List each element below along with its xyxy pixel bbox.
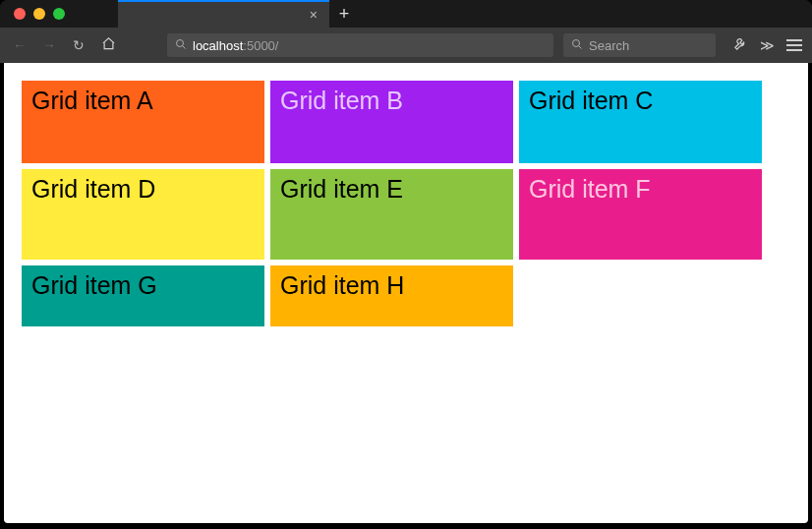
window-titlebar: × + [0,0,812,28]
menu-icon[interactable] [786,38,802,52]
search-icon [571,38,583,53]
grid-item: Grid item C [519,81,762,163]
maximize-window-button[interactable] [53,8,65,20]
svg-line-3 [579,45,582,48]
minimize-window-button[interactable] [33,8,45,20]
grid-item: Grid item A [22,81,264,163]
new-tab-button[interactable]: + [329,0,359,28]
search-bar[interactable]: Search [563,33,716,57]
svg-rect-4 [786,39,802,41]
grid-item: Grid item D [22,169,264,260]
svg-point-2 [573,39,580,46]
tab-strip: × + [118,0,359,28]
svg-rect-6 [786,49,802,51]
browser-tab[interactable]: × [118,0,329,28]
grid-item: Grid item E [270,169,513,260]
grid-item: Grid item B [270,81,513,163]
overflow-icon[interactable]: ≫ [760,37,775,53]
close-window-button[interactable] [14,8,26,20]
search-icon [175,38,187,53]
reload-button[interactable]: ↻ [69,37,88,53]
window-controls [14,8,65,20]
toolbar: ← → ↻ localhost:5000/ Search ≫ [0,28,812,63]
close-tab-icon[interactable]: × [306,6,321,24]
search-placeholder: Search [589,38,629,53]
url-path: :5000/ [243,38,278,53]
home-button[interactable] [98,36,118,54]
grid-container: Grid item A Grid item B Grid item C Grid… [22,81,790,326]
url-host: localhost [193,38,243,53]
grid-item: Grid item F [519,169,762,260]
grid-item: Grid item H [270,265,513,326]
svg-line-1 [183,45,186,48]
page-viewport: Grid item A Grid item B Grid item C Grid… [4,63,808,523]
back-button[interactable]: ← [10,37,29,53]
developer-tools-icon[interactable] [733,36,748,54]
svg-rect-5 [786,44,802,46]
svg-point-0 [177,39,184,46]
forward-button[interactable]: → [39,37,59,53]
address-bar[interactable]: localhost:5000/ [167,33,553,57]
grid-item: Grid item G [22,265,264,326]
